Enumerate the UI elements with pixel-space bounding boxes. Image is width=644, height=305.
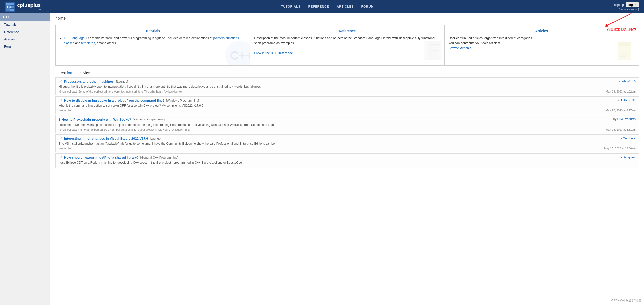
forum-item-title-row: ℹ How to Proxychain properly with WinSoc… — [59, 117, 166, 121]
forum-date: May 27, 2023 at 6:17am — [606, 109, 636, 112]
watermark: CSDN @小谢爱学C语言 — [611, 299, 641, 302]
forum-question-icon: ℹ — [59, 117, 60, 121]
svg-rect-2 — [6, 3, 10, 5]
forum-last-link[interactable]: Last: I'm not an expert on SOCKS5, but w… — [72, 128, 190, 131]
forum-replies: [no replies] — [59, 147, 72, 150]
sidebar-item-articles[interactable]: Articles — [0, 36, 50, 43]
sidebar-item-tutorials[interactable]: Tutorials — [0, 21, 50, 28]
forum-item: ℹ How to Proxychain properly with WinSoc… — [55, 115, 639, 133]
forum-item-link[interactable]: How should I export the API of a shared … — [64, 156, 139, 159]
legacy-version-link[interactable]: [Legacy version] — [619, 8, 639, 11]
nav-tutorials[interactable]: TUTORIALS — [281, 5, 300, 8]
reference-link[interactable]: Reference — [339, 29, 356, 33]
forum-last-link[interactable]: Last: Some of the earliest printers were… — [72, 90, 182, 93]
browse-articles-prefix[interactable]: Browse — [449, 46, 460, 50]
tutorials-card-title: Tutorials — [60, 29, 246, 33]
forum-item-title-row: 📄 How should I export the API of a share… — [59, 156, 178, 159]
forum-header-prefix: Latest — [55, 71, 67, 75]
sidebar-item-forum[interactable]: Forum — [0, 43, 50, 50]
pointers-link[interactable]: pointers — [213, 36, 224, 40]
forum-item-author: by adam2016 — [617, 80, 636, 83]
forum-date: May 28, 2023 at 1:02am — [606, 90, 636, 93]
functions-link[interactable]: functions — [226, 36, 239, 40]
forum-item-author: by JUANDENT — [616, 99, 636, 102]
forum-item-link[interactable]: How to disable using vcpkg in a project … — [64, 99, 165, 102]
articles-card: Articles User-contributed articles, orga… — [445, 25, 639, 65]
reference-card-decoration — [419, 40, 445, 65]
articles-description: User-contributed articles, organized int… — [449, 36, 533, 40]
browse-articles-link[interactable]: Articles — [460, 46, 472, 50]
cpp-language-link[interactable]: C++ Language — [64, 36, 85, 40]
forum-item-title-row: 📄 Interesting minor changes in Visual St… — [59, 137, 161, 140]
forum-item-link[interactable]: Processors and other machines. — [64, 80, 115, 83]
forum-item-header: 📄 How should I export the API of a share… — [59, 156, 636, 159]
svg-text:C++: C++ — [230, 49, 250, 62]
forum-item-tag: [Lounge] — [150, 137, 162, 140]
forum-author-link[interactable]: Bengbers — [623, 156, 636, 159]
cards-row: Tutorials C++ Language: Learn this versa… — [55, 25, 639, 66]
forum-date: May 26, 2023 at 12:36am — [604, 147, 636, 150]
reference-card-title: Reference — [254, 29, 440, 33]
forum-item-header: ℹ How to Proxychain properly with WinSoc… — [59, 117, 636, 121]
templates-link[interactable]: templates — [81, 41, 95, 45]
forum-author-link[interactable]: adam2016 — [621, 80, 636, 83]
forum-item: 📄 How to disable using vcpkg in a projec… — [55, 96, 639, 114]
page-title: home — [55, 16, 639, 21]
sidebar-item-reference[interactable]: Reference — [0, 28, 50, 36]
tutorials-card-body: C++ Language: Learn this versatile and p… — [60, 36, 246, 46]
tutorials-card: Tutorials C++ Language: Learn this versa… — [56, 25, 250, 65]
svg-text:C+: C+ — [7, 5, 12, 9]
forum-replies: [no replies] — [59, 109, 72, 112]
forum-item-tag: [Lounge] — [116, 80, 128, 83]
nav-articles[interactable]: ARTICLES — [337, 5, 354, 8]
articles-description2: You can contribute your own articles! — [449, 41, 500, 45]
login-button[interactable]: log in — [626, 2, 639, 7]
reference-card: Reference Description of the most import… — [250, 25, 444, 65]
sidebar: C++ Tutorials Reference Articles Forum — [0, 13, 50, 305]
forum-item-link[interactable]: How to Proxychain properly with WinSocks… — [62, 118, 131, 121]
header: C+ cplusplus .com TUTORIALS REFERENCE AR… — [0, 0, 644, 13]
forum-item-tag: [Windows Programming] — [133, 118, 166, 121]
forum-header-suffix: activity: — [76, 71, 90, 75]
forum-header-link[interactable]: forum — [67, 71, 76, 75]
sidebar-title: C++ — [0, 13, 50, 21]
main-container: C++ Tutorials Reference Articles Forum h… — [0, 13, 644, 305]
classes-link[interactable]: classes — [64, 41, 74, 45]
forum-item-header: 📄 How to disable using vcpkg in a projec… — [59, 99, 636, 102]
main-nav: TUTORIALS REFERENCE ARTICLES FORUM — [281, 5, 374, 8]
svg-rect-5 — [10, 9, 14, 11]
forum-item-footer: [6 replies] Last: Some of the earliest p… — [59, 90, 636, 93]
forum-author-link[interactable]: LukeProducts — [617, 117, 636, 121]
nav-reference[interactable]: REFERENCE — [308, 5, 329, 8]
tutorials-link[interactable]: Tutorials — [145, 29, 160, 33]
reference-description: Description of the most important classe… — [254, 36, 435, 45]
forum-doc-icon: 📄 — [59, 137, 63, 140]
forum-section-header: Latest forum activity: — [55, 71, 639, 75]
forum-replies: [3 replies] Last: I'm not an expert on S… — [59, 128, 190, 131]
forum-doc-icon: 📄 — [59, 99, 63, 102]
articles-link[interactable]: Articles — [535, 29, 548, 33]
sign-up-link[interactable]: sign up — [614, 3, 624, 7]
forum-item-link[interactable]: Interesting minor changes in Visual Stud… — [64, 137, 148, 140]
content-area: home Tutorials C++ Language: Learn this … — [50, 13, 644, 305]
forum-item: 📄 Processors and other machines. [Lounge… — [55, 77, 639, 95]
forum-author-link[interactable]: JUANDENT — [620, 99, 636, 102]
logo-icon: C+ — [5, 2, 15, 12]
forum-item-body: The VS Installer/Launcher has an "Availa… — [59, 141, 636, 146]
forum-item-body: Hello there, ive been working on a schoo… — [59, 123, 636, 127]
forum-item-footer: [no replies] May 26, 2023 at 12:36am — [59, 147, 636, 150]
svg-rect-19 — [618, 42, 631, 46]
header-auth: sign up log in — [614, 2, 639, 7]
forum-item-tag: [Windows Programming] — [166, 99, 199, 102]
forum-doc-icon: 📄 — [59, 80, 63, 83]
forum-item: 📄 Interesting minor changes in Visual St… — [55, 134, 639, 152]
nav-forum[interactable]: FORUM — [361, 5, 374, 8]
forum-author-link[interactable]: George P — [623, 137, 636, 140]
forum-item-footer: [3 replies] Last: I'm not an expert on S… — [59, 128, 636, 131]
articles-card-decoration — [614, 40, 639, 65]
svg-rect-3 — [10, 3, 14, 5]
forum-item-body: I use Eclipse CDT on a Fedora machine fo… — [59, 160, 636, 165]
browse-reference-link[interactable]: Browse the C++ Reference — [254, 51, 293, 55]
forum-item-title-row: 📄 How to disable using vcpkg in a projec… — [59, 99, 199, 102]
forum-item-header: 📄 Interesting minor changes in Visual St… — [59, 137, 636, 140]
